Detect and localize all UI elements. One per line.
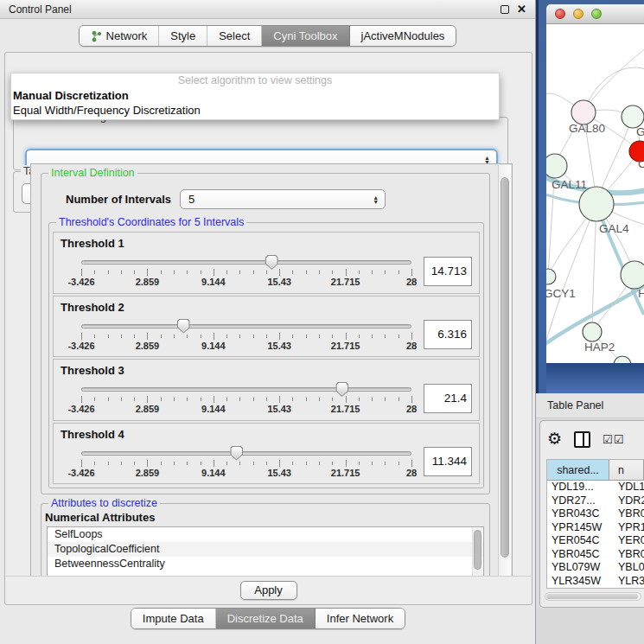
attribute-list-item[interactable]: SelfLoops <box>48 527 483 542</box>
table-horizontal-scrollbar-thumb[interactable] <box>546 594 638 599</box>
slider-track[interactable] <box>81 451 411 456</box>
scale-tick-label: -3.426 <box>67 468 94 478</box>
threshold-value-field[interactable]: 11.344 <box>424 447 472 476</box>
slider-track[interactable] <box>81 387 411 392</box>
name-cell[interactable]: YDR2 <box>609 494 644 508</box>
settings-scrollbar-thumb[interactable] <box>501 177 509 558</box>
select-columns-checkboxes-icon[interactable]: ☑☑ <box>603 433 624 446</box>
tab-infer-network[interactable]: Infer Network <box>316 609 405 628</box>
close-icon[interactable]: ✕ <box>517 5 526 14</box>
network-node[interactable] <box>571 100 596 124</box>
name-cell[interactable]: YER0 <box>609 534 644 548</box>
shared-name-cell[interactable]: YBL079W <box>547 561 609 575</box>
tab-jactivemnodules[interactable]: jActiveMNodules <box>350 26 456 46</box>
table-row[interactable]: YBR043CYBR0 <box>547 507 644 521</box>
slider-thumb[interactable] <box>177 319 190 334</box>
attribute-list-item[interactable]: BetweennessCentrality <box>48 557 483 571</box>
network-node[interactable] <box>621 261 644 289</box>
network-edge[interactable] <box>586 48 644 107</box>
node-label: GAL80 <box>569 122 605 135</box>
popup-option-manual-discretization[interactable]: Manual Discretization <box>11 88 499 103</box>
zoom-traffic-light-icon[interactable] <box>591 9 602 19</box>
table-row[interactable]: YPR145WYPR1 <box>547 521 644 535</box>
float-window-icon[interactable] <box>501 5 509 14</box>
table-row[interactable]: YBR045CYBR0 <box>547 548 644 562</box>
tab-network[interactable]: Network <box>80 26 160 46</box>
minimize-traffic-light-icon[interactable] <box>573 9 583 19</box>
column-header-shared-name[interactable]: shared... <box>547 460 609 480</box>
list-scrollbar-thumb[interactable] <box>474 530 481 570</box>
scale-tick-label: 2.859 <box>136 277 160 287</box>
shared-name-cell[interactable]: YBR043C <box>547 507 609 521</box>
threshold-slider[interactable]: -3.4262.8599.14415.4321.71528 <box>81 380 411 417</box>
node-label: GAL4 <box>599 222 629 235</box>
slider-track[interactable] <box>81 324 411 328</box>
shared-name-cell[interactable]: YER054C <box>547 534 609 548</box>
threshold-label: Threshold 1 <box>61 237 472 250</box>
table-row[interactable]: YLR345WYLR3 <box>547 575 644 589</box>
popup-option-equal-width-frequency[interactable]: Equal Width/Frequency Discretization <box>11 103 499 118</box>
table-row[interactable]: YDL19...YDL1 <box>547 481 644 494</box>
name-cell[interactable]: YBR0 <box>609 548 644 562</box>
threshold-slider[interactable]: -3.4262.8599.14415.4321.71528 <box>81 317 411 354</box>
table-row[interactable]: YDR27...YDR2 <box>547 494 644 508</box>
cyni-toolbox-panel: Discretization Algorithm ▲▼ Table Data g… <box>4 52 532 605</box>
group-label: Threshold's Coordinates for 5 Intervals <box>56 216 246 228</box>
tab-cyni-toolbox[interactable]: Cyni Toolbox <box>262 26 349 46</box>
tab-impute-data[interactable]: Impute Data <box>131 609 216 628</box>
shared-name-cell[interactable]: YPR145W <box>547 521 609 535</box>
shared-name-cell[interactable]: YBR045C <box>547 548 609 562</box>
tab-select[interactable]: Select <box>207 26 262 46</box>
column-header-name[interactable]: n <box>609 460 644 480</box>
slider-thumb[interactable] <box>265 255 278 270</box>
tab-style[interactable]: Style <box>159 26 207 46</box>
table-row[interactable]: YBL079WYBL0 <box>547 561 644 575</box>
network-node[interactable] <box>579 187 614 221</box>
settings-scrollbar[interactable] <box>498 165 511 577</box>
network-window-titlebar[interactable] <box>546 4 644 24</box>
apply-button[interactable]: Apply <box>240 581 297 600</box>
name-cell[interactable]: YIL0 <box>609 588 644 589</box>
slider-thumb[interactable] <box>335 382 348 397</box>
node-label: GA <box>636 125 644 138</box>
numerical-attributes-list: SelfLoopsTopologicalCoefficientBetweenne… <box>47 526 484 577</box>
group-label: Interval Definition <box>48 167 137 179</box>
apply-row: Apply <box>6 576 531 603</box>
slider-track[interactable] <box>81 260 411 265</box>
table-row[interactable]: YIL053CYIL0 <box>547 588 644 589</box>
name-cell[interactable]: YBL0 <box>609 561 644 575</box>
name-cell[interactable]: YLR3 <box>609 575 644 589</box>
network-node[interactable] <box>546 154 567 178</box>
name-cell[interactable]: YPR1 <box>609 521 644 535</box>
threshold-slider[interactable]: -3.4262.8599.14415.4321.71528 <box>81 444 411 481</box>
popup-hint: Select algorithm to view settings <box>11 73 499 88</box>
shared-name-cell[interactable]: YDR27... <box>547 494 609 508</box>
threshold-value-field[interactable]: 21.4 <box>424 384 472 413</box>
threshold-value-field[interactable]: 6.316 <box>424 320 472 349</box>
scale-tick-label: 28 <box>406 468 417 478</box>
threshold-value-field[interactable]: 14.713 <box>424 257 472 286</box>
network-canvas[interactable]: GAL80GAGAL11GAL4CGCY1HHAP2 <box>546 24 644 363</box>
network-view-window: GAL80GAGAL11GAL4CGCY1HHAP2 <box>536 0 644 393</box>
split-columns-icon[interactable] <box>574 431 590 448</box>
network-window-bottom-frame <box>546 363 644 393</box>
threshold-panel: Threshold 2-3.4262.8599.14415.4321.71528… <box>53 296 480 358</box>
shared-name-cell[interactable]: YIL053C <box>547 588 609 589</box>
slider-thumb[interactable] <box>230 446 243 461</box>
name-cell[interactable]: YBR0 <box>609 507 644 521</box>
shared-name-cell[interactable]: YDL19... <box>547 481 609 494</box>
table-row[interactable]: YER054CYER0 <box>547 534 644 548</box>
tab-discretize-data[interactable]: Discretize Data <box>216 609 316 628</box>
gear-icon[interactable]: ⚙ <box>547 430 562 448</box>
attribute-list-item[interactable]: TopologicalCoefficient <box>48 542 483 557</box>
network-node[interactable] <box>583 322 602 341</box>
list-scrollbar[interactable] <box>472 528 482 577</box>
num-intervals-combobox[interactable]: 5 ▲▼ <box>180 189 386 209</box>
shared-name-cell[interactable]: YLR345W <box>547 575 609 589</box>
network-node[interactable] <box>546 269 556 284</box>
table-horizontal-scrollbar[interactable] <box>545 592 641 601</box>
threshold-slider[interactable]: -3.4262.8599.14415.4321.71528 <box>81 253 411 290</box>
panel-tab-bar: Network Style Select Cyni Toolbox jActiv… <box>0 25 535 48</box>
name-cell[interactable]: YDL1 <box>609 481 644 494</box>
close-traffic-light-icon[interactable] <box>555 9 565 19</box>
